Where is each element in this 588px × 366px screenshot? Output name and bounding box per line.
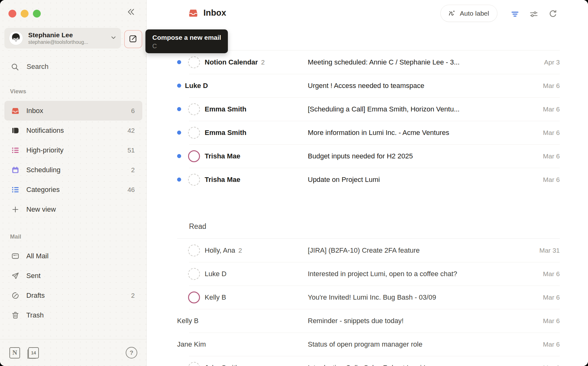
email-subject: [Scheduling a Call] Emma Smith, Horizon … bbox=[308, 105, 525, 113]
app-window: Stephanie Lee stephanie@toolsforthoug...… bbox=[0, 0, 588, 366]
compose-icon bbox=[129, 34, 138, 44]
window-controls bbox=[8, 10, 41, 18]
email-sender: Kelly B bbox=[205, 293, 226, 302]
email-subject: Introduction Call - Sales Role at Lumi I… bbox=[308, 364, 525, 366]
email-row[interactable]: Notion Calendar 2 Meeting scheduled: Ann… bbox=[177, 50, 560, 74]
refresh-icon[interactable] bbox=[548, 9, 558, 19]
email-row[interactable]: Luke D Interested in project Lumi, open … bbox=[177, 262, 560, 286]
email-subject: Interested in project Lumi, open to a co… bbox=[308, 270, 525, 278]
zoom-window-button[interactable] bbox=[33, 10, 41, 18]
trash-icon bbox=[11, 311, 19, 319]
close-window-button[interactable] bbox=[8, 10, 16, 18]
sidebar-item-label: Notifications bbox=[26, 126, 64, 135]
email-sender-cell: Holly, Ana 2 bbox=[177, 245, 308, 256]
account-switcher[interactable]: Stephanie Lee stephanie@toolsforthoug... bbox=[4, 28, 121, 49]
notion-calendar-icon[interactable]: 14 bbox=[28, 347, 39, 358]
email-subject: You're Invited! Lumi Inc. Bug Bash - 03/… bbox=[308, 293, 525, 302]
mail-section-label: Mail bbox=[10, 234, 21, 240]
email-date: Mar 6 bbox=[525, 106, 560, 113]
sidebar-item-inbox[interactable]: Inbox 6 bbox=[4, 101, 142, 121]
email-row[interactable]: Trisha Mae Budget inputs needed for H2 2… bbox=[177, 144, 560, 168]
sidebar-item-all-mail[interactable]: All Mail bbox=[4, 246, 142, 266]
tooltip-label: Compose a new email bbox=[152, 34, 221, 42]
sidebar-item-notifications[interactable]: Notifications 42 bbox=[4, 121, 142, 140]
profile-email: stephanie@toolsforthoug... bbox=[28, 39, 108, 45]
sidebar-item-label: Drafts bbox=[26, 291, 45, 300]
avatar-placeholder bbox=[188, 103, 200, 115]
email-date: Mar 6 bbox=[525, 294, 560, 301]
page-title-text: Inbox bbox=[203, 8, 226, 18]
email-sender: Trisha Mae bbox=[205, 176, 240, 184]
email-date: Mar 6 bbox=[525, 317, 560, 325]
notion-logo-icon[interactable]: N bbox=[9, 347, 20, 358]
email-row[interactable]: Trisha Mae Update on Project Lumi Mar 6 bbox=[177, 168, 560, 191]
unread-dot-icon bbox=[177, 107, 181, 111]
email-sender-cell: Trisha Mae bbox=[177, 150, 308, 162]
main-panel: Inbox Auto label Notion Calendar 2 Meeti… bbox=[147, 0, 588, 366]
plus-icon bbox=[11, 205, 19, 214]
sidebar: Stephanie Lee stephanie@toolsforthoug...… bbox=[0, 0, 147, 366]
email-row[interactable]: Kelly B You're Invited! Lumi Inc. Bug Ba… bbox=[177, 286, 560, 309]
calendar-icon bbox=[11, 166, 19, 174]
filter-icon[interactable] bbox=[510, 9, 520, 19]
email-row[interactable]: Jane Kim Status of open program manager … bbox=[177, 332, 560, 356]
sidebar-footer: N 14 ? bbox=[0, 339, 147, 366]
count-badge: 2 bbox=[131, 292, 135, 299]
views-section-label: Views bbox=[10, 88, 26, 95]
sidebar-item-drafts[interactable]: Drafts 2 bbox=[4, 286, 142, 305]
draft-icon bbox=[11, 291, 19, 300]
email-row[interactable]: Kelly B Reminder - snippets due today! M… bbox=[177, 309, 560, 332]
email-date: Mar 6 bbox=[525, 341, 560, 348]
send-icon bbox=[11, 272, 19, 280]
sidebar-item-label: Sent bbox=[26, 272, 40, 280]
email-row[interactable]: Emma Smith More information in Lumi Inc.… bbox=[177, 121, 560, 144]
sliders-icon[interactable] bbox=[529, 9, 539, 19]
email-sender: Emma Smith bbox=[205, 129, 246, 137]
sidebar-item-label: Scheduling bbox=[26, 166, 60, 174]
email-sender: Trisha Mae bbox=[205, 152, 240, 160]
email-sender: Notion Calendar bbox=[205, 58, 258, 66]
help-icon[interactable]: ? bbox=[126, 347, 137, 358]
email-date: Mar 6 bbox=[525, 270, 560, 278]
compose-button[interactable] bbox=[124, 30, 142, 48]
avatar-placeholder bbox=[188, 268, 200, 280]
email-date: Mar 6 bbox=[525, 129, 560, 137]
email-sender-cell: Emma Smith bbox=[177, 127, 308, 139]
auto-label-button[interactable]: Auto label bbox=[440, 5, 497, 22]
sidebar-item-trash[interactable]: Trash bbox=[4, 305, 142, 325]
avatar bbox=[9, 31, 23, 45]
unread-dot-icon bbox=[177, 84, 181, 88]
tooltip-shortcut: C bbox=[152, 43, 221, 49]
email-row[interactable]: Holly, Ana 2 [JIRA] (B2FA-10) Create 2FA… bbox=[177, 239, 560, 262]
email-thread-count: 2 bbox=[261, 59, 265, 66]
sidebar-item-label: Trash bbox=[26, 311, 44, 319]
sidebar-item-high-priority[interactable]: High-priority 51 bbox=[4, 140, 142, 160]
minimize-window-button[interactable] bbox=[21, 10, 29, 18]
email-sender-cell: Jane Kim bbox=[177, 340, 308, 348]
sidebar-item-label: Categories bbox=[26, 186, 60, 194]
list-icon bbox=[11, 146, 19, 154]
avatar-placeholder bbox=[188, 245, 200, 256]
email-subject: Urgent ! Access needed to teamspace bbox=[308, 82, 525, 90]
email-row[interactable]: Emma Smith [Scheduling a Call] Emma Smit… bbox=[177, 97, 560, 121]
inbox-icon bbox=[11, 107, 19, 115]
sidebar-item-new-view[interactable]: New view bbox=[4, 199, 142, 219]
chevrons-left-icon bbox=[126, 7, 136, 18]
read-email-list: Holly, Ana 2 [JIRA] (B2FA-10) Create 2FA… bbox=[177, 239, 560, 366]
email-subject: More information in Lumi Inc. - Acme Ven… bbox=[308, 129, 525, 137]
sidebar-item-scheduling[interactable]: Scheduling 2 bbox=[4, 160, 142, 180]
page-title: Inbox bbox=[188, 8, 226, 18]
unread-dot-icon bbox=[177, 131, 181, 135]
email-row[interactable]: Luke D Urgent ! Access needed to teamspa… bbox=[177, 74, 560, 97]
collapse-sidebar-button[interactable] bbox=[125, 7, 137, 18]
sidebar-item-sent[interactable]: Sent bbox=[4, 266, 142, 286]
search-button[interactable]: Search bbox=[4, 58, 142, 75]
sidebar-item-categories[interactable]: Categories 46 bbox=[4, 180, 142, 199]
email-row[interactable]: John Smith Introduction Call - Sales Rol… bbox=[177, 356, 560, 366]
email-thread-count: 2 bbox=[238, 247, 242, 254]
email-sender: Kelly B bbox=[177, 317, 198, 325]
avatar-placeholder bbox=[188, 174, 200, 186]
email-subject: Reminder - snippets due today! bbox=[308, 317, 525, 325]
search-icon bbox=[11, 63, 19, 71]
count-badge: 2 bbox=[131, 166, 135, 174]
